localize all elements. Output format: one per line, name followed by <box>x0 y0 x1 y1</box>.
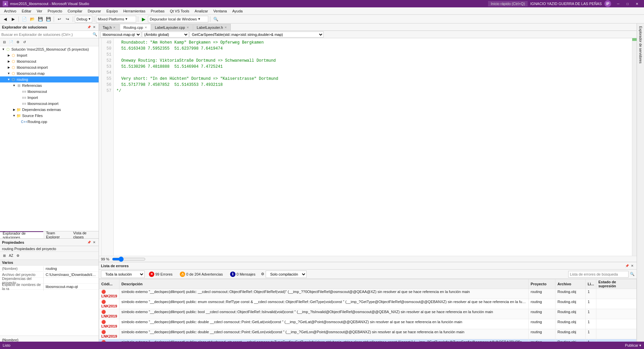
show-files-button[interactable]: 📄 <box>8 39 14 45</box>
symbol-dropdown[interactable]: GetCarSpeedTable(std::map<std::string,do… <box>190 32 324 38</box>
errors-filter-button[interactable]: ✕ 99 Errores <box>146 271 175 278</box>
right-tab-server-explorer[interactable]: Explorador de servidores <box>637 25 644 65</box>
tree-libosmscout-import[interactable]: ▶ ⬡ libosmscout-import <box>0 64 99 70</box>
refresh-button[interactable]: ↺ <box>21 39 28 45</box>
source-files-toggle[interactable]: ▼ <box>12 114 16 117</box>
menu-ver[interactable]: Ver <box>34 8 45 14</box>
error-panel-pin[interactable]: 📌 <box>625 264 629 268</box>
tree-ref-libosmscout-import[interactable]: ≡≡ libosmscout-import <box>0 101 99 107</box>
libosmscout-map-toggle[interactable]: ▼ <box>7 72 11 75</box>
menu-pruebas[interactable]: Pruebas <box>148 8 167 14</box>
zoom-slider[interactable] <box>112 256 146 262</box>
col-description[interactable]: Descripción <box>119 279 529 289</box>
routing-toggle[interactable]: ▼ <box>7 78 11 81</box>
col-suppress[interactable]: Estado de supresión <box>596 279 637 289</box>
error-search-input[interactable] <box>568 271 629 278</box>
new-file-button[interactable]: 📄 <box>20 16 28 22</box>
referencias-toggle[interactable]: ▼ <box>12 84 16 87</box>
col-line[interactable]: Li... <box>586 279 596 289</box>
minimize-button[interactable]: ─ <box>614 0 623 7</box>
tree-solution[interactable]: ▼ ⬡ Solución 'msvc2015_libosmscout' (5 p… <box>0 46 99 52</box>
collapse-all-button[interactable]: ⊟ <box>1 39 7 45</box>
quick-search-box[interactable]: Inicio rápido (Ctrl+Q) <box>488 1 528 6</box>
menu-equipo[interactable]: Equipo <box>104 8 120 14</box>
props-pin-button[interactable]: 📌 <box>87 240 91 245</box>
tab-labellayoutercpp[interactable]: LabelLayouter.cpp ✕ <box>151 24 193 31</box>
libosmscout-toggle[interactable]: ▶ <box>7 60 11 63</box>
tree-deps-externas[interactable]: ▶ 📁 Dependencias externas <box>0 107 99 113</box>
publish-button[interactable]: Publicar ▾ <box>625 343 641 348</box>
solution-search-box[interactable]: 🔍 <box>0 31 99 38</box>
tab-tagh-close[interactable]: ✕ <box>113 26 116 29</box>
tree-libosmscout-map[interactable]: ▼ ⬡ libosmscout-map <box>0 70 99 76</box>
search-button[interactable]: 🔍 <box>212 16 219 22</box>
error-table-row[interactable]: 🔴 LNK2019 símbolo externo "__declspec(dl… <box>99 329 637 339</box>
tree-referencias[interactable]: ▼ ⊞ Referencias <box>0 82 99 89</box>
tab-routingcpp[interactable]: Routing.cpp ✕ <box>120 24 151 31</box>
close-button[interactable]: ✕ <box>633 0 641 7</box>
tree-routing[interactable]: ▼ ⬡ routing <box>0 76 99 82</box>
error-table-row[interactable]: 🔴 LNK2019 símbolo externo "__declspec(dl… <box>99 339 637 342</box>
build-config-dropdown[interactable]: Debug ▾ <box>75 16 92 22</box>
scope-dropdown[interactable]: (Ámbito global) <box>142 32 189 38</box>
solution-toggle[interactable]: ▼ <box>1 48 5 51</box>
tab-team-explorer[interactable]: Team Explorer <box>43 231 70 238</box>
col-project[interactable]: Proyecto <box>529 279 555 289</box>
error-table-row[interactable]: 🔴 LNK2019 símbolo externo "__declspec(dl… <box>99 309 637 319</box>
forward-button[interactable]: ▶ <box>9 16 17 22</box>
tree-ref-import[interactable]: ≡≡ Import <box>0 95 99 101</box>
scope-filter-dropdown[interactable]: Toda la solución <box>101 271 145 278</box>
tab-routingcpp-close[interactable]: ✕ <box>145 26 147 29</box>
menu-ayuda[interactable]: Ayuda <box>229 8 245 14</box>
props-properties-btn[interactable]: ⚙ <box>15 253 21 259</box>
tab-labellayoutercpp-close[interactable]: ✕ <box>186 26 189 29</box>
col-code[interactable]: Códi... <box>99 279 119 289</box>
menu-depurar[interactable]: Depurar <box>85 8 104 14</box>
warnings-filter-button[interactable]: ⚠ 0 de 204 Advertencias <box>177 271 226 278</box>
menu-ventana[interactable]: Ventana <box>211 8 229 14</box>
open-file-button[interactable]: 📂 <box>29 16 36 22</box>
build-filter-dropdown[interactable]: Solo compilación <box>266 271 307 278</box>
file-selector-dropdown[interactable]: libosmscout-map-qt <box>100 32 141 38</box>
close-panel-button[interactable]: ✕ <box>92 25 97 30</box>
props-close-button[interactable]: ✕ <box>92 240 97 245</box>
back-button[interactable]: ◀ <box>1 16 9 22</box>
messages-filter-button[interactable]: ℹ 0 Mensajes <box>227 271 258 278</box>
save-all-button[interactable]: 💾 <box>45 16 52 22</box>
menu-compilar[interactable]: Compilar <box>65 8 85 14</box>
debug-target-dropdown[interactable]: Depurador local de Windows ▾ <box>148 16 208 22</box>
import-toggle[interactable]: ▶ <box>7 54 11 57</box>
menu-archivo[interactable]: Archivo <box>1 8 19 14</box>
menu-editar[interactable]: Editar <box>19 8 34 14</box>
error-table-row[interactable]: 🔴 LNK2019 símbolo externo "__declspec(dl… <box>99 319 637 329</box>
tab-tagh[interactable]: Tag.h ✕ <box>99 24 119 31</box>
tab-vista-clases[interactable]: Vista de clases <box>70 231 99 238</box>
menu-qtvs[interactable]: Qt VS Tools <box>167 8 192 14</box>
pin-button[interactable]: 📌 <box>87 25 91 30</box>
editor-scrollbar[interactable] <box>632 38 637 256</box>
menu-herramientas[interactable]: Herramientas <box>120 8 148 14</box>
props-alphabetical-btn[interactable]: AZ <box>8 253 14 259</box>
error-panel-close[interactable]: ✕ <box>630 264 635 268</box>
col-file[interactable]: Archivo <box>555 279 586 289</box>
error-table-row[interactable]: 🔴 LNK2019 símbolo externo "__declspec(dl… <box>99 289 637 299</box>
tab-labellayouterh-close[interactable]: ✕ <box>224 26 227 29</box>
save-button[interactable]: 💾 <box>37 16 44 22</box>
tree-source-files[interactable]: ▼ 📁 Source Files <box>0 113 99 119</box>
maximize-button[interactable]: □ <box>623 0 632 7</box>
menu-proyecto[interactable]: Proyecto <box>45 8 65 14</box>
undo-button[interactable]: ↩ <box>56 16 63 22</box>
code-content[interactable]: Roundabout: "Am Hohen Kamp" Bergkamen =>… <box>114 38 632 256</box>
error-table-row[interactable]: 🔴 LNK2019 símbolo externo "__declspec(dl… <box>99 299 637 309</box>
platform-dropdown[interactable]: Mixed Platforms ▾ <box>96 16 136 22</box>
tab-labellayouterh[interactable]: LabelLayouter.h ✕ <box>193 24 231 31</box>
tab-explorador-soluciones[interactable]: Explorador de soluciones <box>0 231 43 238</box>
properties-button[interactable]: ⚙ <box>15 39 21 45</box>
redo-button[interactable]: ↪ <box>64 16 71 22</box>
props-categorized-btn[interactable]: ⊞ <box>1 253 7 259</box>
play-button[interactable]: ▶ <box>140 16 147 22</box>
deps-externas-toggle[interactable]: ▶ <box>12 108 16 111</box>
tree-import[interactable]: ▶ ⬡ Import <box>0 52 99 58</box>
libosmscout-import-toggle[interactable]: ▶ <box>7 66 11 69</box>
menu-analizar[interactable]: Analizar <box>192 8 211 14</box>
